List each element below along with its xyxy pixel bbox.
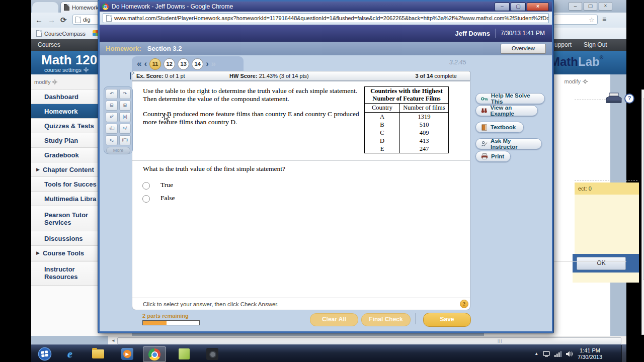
nav-signout-link[interactable]: Sign Out <box>584 41 607 48</box>
bookmark-coursecompass[interactable]: CourseCompass <box>36 30 86 37</box>
redo-icon[interactable]: ↷ <box>119 89 131 99</box>
parentheses-key[interactable]: (□) <box>119 135 131 145</box>
hw-score-value: 21.43% (3 of 14 pts) <box>258 73 309 79</box>
sqrt-key[interactable]: √□ <box>106 124 118 134</box>
print-button[interactable]: Print <box>475 151 511 162</box>
exponent-key[interactable]: x² <box>106 112 118 122</box>
bg-address-bar-right[interactable]: ☆ <box>553 15 598 25</box>
mouse-cursor <box>164 113 170 122</box>
taskbar-file-explorer[interactable] <box>91 346 106 361</box>
course-settings-link[interactable]: course settings <box>44 67 89 73</box>
last-question-arrow[interactable]: » <box>211 59 216 69</box>
homework-player: « ‹ 11 12 13 14 › » 3.2.45 Ex. Score: 0 … <box>100 55 552 331</box>
fraction-key[interactable]: ⊟ <box>106 101 118 111</box>
option-true-label[interactable]: True <box>160 181 173 189</box>
browser-tab[interactable]: Homework <box>60 2 100 13</box>
window-titlebar[interactable]: Do Homework - Jeff Downs - Google Chrome… <box>100 2 552 12</box>
start-button[interactable] <box>37 346 52 361</box>
question-14-button[interactable]: 14 <box>192 58 203 70</box>
homework-section-bar: Homework: Section 3.2 Overview <box>100 42 552 55</box>
system-tray: ▲ 1:41 PM 7/30/2013 <box>534 345 602 362</box>
signal-bars-icon[interactable] <box>554 351 561 357</box>
bg-close-button[interactable]: × <box>599 2 612 11</box>
taskbar-media-player[interactable]: ▶ <box>120 346 135 361</box>
table-country-column: A B C D E <box>365 113 400 153</box>
absolute-value-key[interactable]: |x| <box>119 112 131 122</box>
parts-progress-bar <box>142 320 200 325</box>
vertical-scrollbar[interactable]: ▲ ≡ ▼ <box>641 89 644 335</box>
bg-maximize-button[interactable]: ▢ <box>584 2 597 11</box>
data-table: Countries with the Highest Number of Fea… <box>364 86 449 153</box>
question-12-button[interactable]: 12 <box>164 58 175 70</box>
taskbar-recorder-app[interactable] <box>201 346 223 361</box>
radio-true[interactable] <box>142 182 150 190</box>
prev-question-arrow[interactable]: ‹ <box>144 59 147 69</box>
undo-icon[interactable]: ↶ <box>106 89 118 99</box>
save-button[interactable]: Save <box>423 313 471 327</box>
question-11-button[interactable]: 11 <box>149 58 161 70</box>
radio-false[interactable] <box>142 195 150 203</box>
camera-recorder-icon <box>206 348 218 360</box>
window-corner-decoration <box>32 2 58 13</box>
close-button[interactable]: × <box>527 3 549 11</box>
question-navigation: « ‹ 11 12 13 14 › » <box>132 56 244 71</box>
volume-icon[interactable] <box>566 351 573 357</box>
back-icon[interactable]: ← <box>35 16 43 24</box>
bookmark-star-icon[interactable]: ☆ <box>589 16 595 24</box>
clock-date: 7/30/2013 <box>578 354 602 360</box>
key-icon <box>481 96 488 102</box>
final-check-button[interactable]: Final Check <box>361 313 411 326</box>
table-title-line2: Number of Feature Films <box>365 95 448 103</box>
help-question-icon[interactable]: ? <box>460 300 468 308</box>
taskbar-notes-app[interactable] <box>173 346 195 361</box>
bg-url-text: dig <box>83 17 91 23</box>
mixed-fraction-key[interactable]: ⊞ <box>119 101 131 111</box>
hscrollbar-thumb[interactable]: ||| <box>117 337 621 344</box>
question-13-button[interactable]: 13 <box>178 58 189 70</box>
nav-support-link[interactable]: upport <box>554 41 572 48</box>
question-intro: Use the table to the right to determine … <box>143 87 367 103</box>
tab-title: Homework <box>72 5 99 11</box>
help-me-solve-this-button[interactable]: Help Me Solve This <box>475 93 545 104</box>
taskbar-chrome-active[interactable] <box>143 346 166 362</box>
tray-expand-icon[interactable]: ▲ <box>534 351 538 356</box>
menu-hamburger-icon[interactable]: ≡ <box>602 15 606 23</box>
url-text: www.mathxl.com/Student/PlayerHomework.as… <box>114 15 549 21</box>
maximize-button[interactable]: ▢ <box>511 3 526 11</box>
question-content: Use the table to the right to determine … <box>132 81 470 310</box>
taskbar-clock[interactable]: 1:41 PM 7/30/2013 <box>578 347 602 360</box>
view-an-example-button[interactable]: View an Example <box>475 105 538 116</box>
textbook-button[interactable]: Textbook <box>475 122 524 133</box>
overview-button[interactable]: Overview <box>501 44 546 54</box>
help-circle-icon[interactable]: ? <box>624 94 634 104</box>
address-bar[interactable]: www.mathxl.com/Student/PlayerHomework.as… <box>103 13 549 23</box>
exercise-reference: 3.2.45 <box>449 59 466 66</box>
table-title-line1: Countries with the Highest <box>365 87 448 95</box>
next-question-arrow[interactable]: › <box>206 59 209 69</box>
bg-address-bar[interactable]: dig <box>72 15 99 25</box>
bg-minimize-button[interactable]: – <box>569 2 582 11</box>
network-icon[interactable] <box>543 351 550 357</box>
folder-icon <box>92 349 104 358</box>
minimize-button[interactable]: – <box>495 3 510 11</box>
reload-icon[interactable]: ⟳ <box>60 16 67 25</box>
horizontal-scrollbar[interactable]: ◄ ||| <box>108 336 626 345</box>
nth-root-key[interactable]: ⁿ√ <box>119 124 131 134</box>
taskbar-internet-explorer[interactable]: e <box>62 346 77 361</box>
popout-window-icon[interactable] <box>130 72 131 79</box>
forward-icon[interactable]: → <box>48 16 55 24</box>
printer-icon[interactable] <box>605 92 623 107</box>
show-desktop-button[interactable] <box>621 345 626 362</box>
scroll-left-arrow[interactable]: ◄ <box>111 338 115 343</box>
nav-courses-tab[interactable]: Courses <box>38 41 60 48</box>
ok-button[interactable]: OK <box>577 257 626 270</box>
palette-more-button[interactable]: More <box>106 147 130 154</box>
subscript-key[interactable]: x₂ <box>106 135 118 145</box>
modify-row-right[interactable]: modify <box>565 78 588 84</box>
ask-my-instructor-button[interactable]: Ask My Instructor <box>475 138 542 149</box>
score-bar: Ex. Score: 0 of 1 pt HW Score: 21.43% (3… <box>132 71 470 81</box>
windows-taskbar: e ▶ ▲ 1:41 PM 7/30/2013 <box>31 344 626 362</box>
first-question-arrow[interactable]: « <box>137 59 141 69</box>
clear-all-button[interactable]: Clear All <box>310 313 358 326</box>
option-false-label[interactable]: False <box>160 194 175 202</box>
